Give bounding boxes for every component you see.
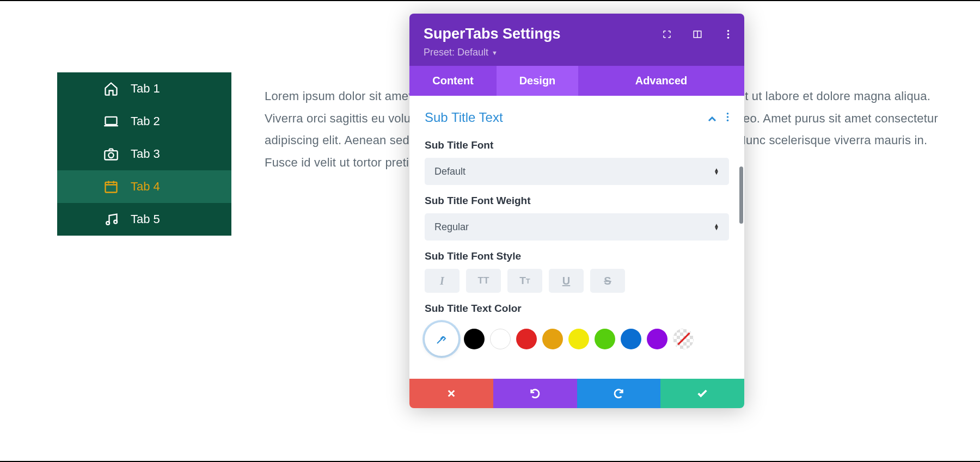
font-value: Default [434, 166, 465, 177]
preset-label: Preset: Default [424, 47, 488, 58]
tab-item-3[interactable]: Tab 3 [57, 138, 231, 170]
color-swatch-yellow[interactable] [568, 329, 589, 349]
svg-point-4 [106, 221, 109, 225]
tabs-sidebar: Tab 1 Tab 2 Tab 3 Tab 4 Tab 5 [57, 72, 231, 236]
columns-icon[interactable] [692, 29, 703, 40]
italic-button[interactable]: I [425, 269, 460, 293]
weight-value: Regular [434, 221, 469, 233]
weight-select[interactable]: Regular ▲▼ [425, 213, 729, 241]
tab-label: Tab 3 [131, 147, 160, 161]
svg-point-9 [727, 37, 729, 39]
tab-label: Tab 2 [131, 114, 160, 128]
color-swatch-black[interactable] [464, 329, 485, 349]
svg-point-8 [727, 33, 729, 35]
section-header[interactable]: Sub Title Text [425, 107, 729, 135]
undo-button[interactable] [493, 379, 577, 408]
tab-label: Tab 5 [131, 212, 160, 226]
panel-header: SuperTabs Settings Preset: Default ▼ [409, 14, 744, 66]
svg-rect-0 [106, 117, 117, 125]
weight-label: Sub Title Font Weight [425, 195, 729, 207]
home-icon [103, 81, 119, 96]
color-swatch-purple[interactable] [647, 329, 667, 349]
calendar-icon [103, 179, 119, 194]
style-buttons: I TT TT U S [425, 269, 729, 293]
music-icon [103, 212, 119, 227]
tab-label: Tab 4 [131, 180, 160, 194]
cancel-button[interactable] [409, 379, 493, 408]
svg-point-10 [727, 113, 729, 115]
laptop-icon [103, 114, 119, 129]
color-swatch-orange[interactable] [542, 329, 563, 349]
confirm-button[interactable] [660, 379, 744, 408]
color-swatch-white[interactable] [490, 329, 511, 349]
tab-item-2[interactable]: Tab 2 [57, 105, 231, 138]
uppercase-button[interactable]: TT [466, 269, 501, 293]
more-icon[interactable] [726, 110, 729, 125]
sort-icon: ▲▼ [714, 224, 719, 230]
more-icon[interactable] [722, 29, 733, 40]
style-label: Sub Title Font Style [425, 250, 729, 262]
section-title: Sub Title Text [425, 110, 503, 125]
color-swatch-red[interactable] [516, 329, 537, 349]
eyedropper-button[interactable] [425, 322, 458, 356]
tab-advanced[interactable]: Advanced [578, 66, 744, 96]
chevron-up-icon[interactable] [708, 110, 716, 125]
svg-point-2 [108, 153, 113, 158]
color-swatch-green[interactable] [595, 329, 615, 349]
scrollbar-thumb[interactable] [739, 167, 743, 224]
underline-button[interactable]: U [549, 269, 584, 293]
tab-item-5[interactable]: Tab 5 [57, 203, 231, 236]
font-label: Sub Title Font [425, 139, 729, 151]
color-swatch-blue[interactable] [621, 329, 641, 349]
settings-panel: SuperTabs Settings Preset: Default ▼ Con… [409, 14, 744, 408]
color-swatch-transparent[interactable] [673, 329, 694, 349]
smallcaps-button[interactable]: TT [507, 269, 542, 293]
svg-rect-3 [106, 182, 117, 193]
tab-item-1[interactable]: Tab 1 [57, 72, 231, 105]
svg-point-7 [727, 30, 729, 32]
tab-design[interactable]: Design [497, 66, 578, 96]
tab-label: Tab 1 [131, 82, 160, 96]
panel-body: Sub Title Text Sub Title Font Default ▲▼… [409, 96, 744, 379]
tab-content[interactable]: Content [409, 66, 497, 96]
color-swatches [425, 322, 729, 356]
expand-icon[interactable] [661, 29, 672, 40]
camera-icon [103, 146, 119, 162]
panel-footer [409, 379, 744, 408]
svg-point-5 [114, 220, 117, 224]
redo-button[interactable] [577, 379, 661, 408]
caret-down-icon: ▼ [492, 50, 498, 56]
svg-point-12 [727, 120, 729, 122]
color-label: Sub Title Text Color [425, 303, 729, 315]
font-select[interactable]: Default ▲▼ [425, 158, 729, 185]
svg-point-11 [727, 116, 729, 118]
tab-item-4[interactable]: Tab 4 [57, 170, 231, 203]
sort-icon: ▲▼ [714, 168, 719, 175]
strikethrough-button[interactable]: S [590, 269, 625, 293]
preset-dropdown[interactable]: Preset: Default ▼ [424, 47, 730, 58]
panel-header-actions [661, 29, 733, 40]
panel-tabs: Content Design Advanced [409, 66, 744, 96]
